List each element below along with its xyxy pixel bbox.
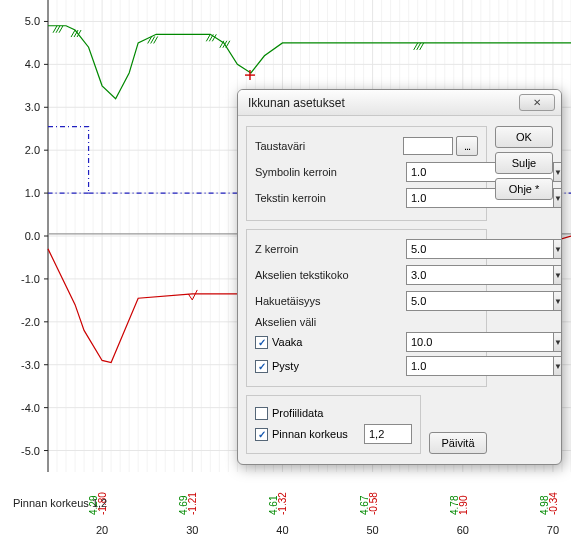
svg-text:-2.0: -2.0 [21, 316, 40, 328]
search-distance-label: Hakuetäisyys [255, 295, 406, 307]
svg-text:-4.0: -4.0 [21, 402, 40, 414]
svg-text:2.0: 2.0 [25, 144, 40, 156]
close-button[interactable]: Sulje [495, 152, 553, 174]
group-data: Profiilidata ✓ Pinnan korkeus [246, 395, 421, 454]
svg-text:70: 70 [547, 524, 559, 536]
group-appearance: Taustaväri ... Symbolin kerroin ▼ Teksti… [246, 126, 487, 221]
symbol-factor-combo: ▼ [406, 162, 478, 182]
z-factor-label: Z kerroin [255, 243, 406, 255]
svg-text:-3.0: -3.0 [21, 359, 40, 371]
svg-text:40: 40 [276, 524, 288, 536]
svg-text:4.0: 4.0 [25, 58, 40, 70]
ok-button[interactable]: OK [495, 126, 553, 148]
horizontal-label: Vaaka [272, 336, 302, 348]
dialog-titlebar[interactable]: Ikkunan asetukset ✕ [238, 90, 561, 116]
chevron-down-icon[interactable]: ▼ [553, 188, 562, 208]
chevron-down-icon[interactable]: ▼ [553, 291, 562, 311]
profile-data-checkbox[interactable] [255, 407, 268, 420]
bgcolor-label: Taustaväri [255, 140, 403, 152]
axis-textsize-label: Akselien tekstikoko [255, 269, 406, 281]
vertical-interval-combo: ▼ [406, 356, 478, 376]
horizontal-interval-combo: ▼ [406, 332, 478, 352]
bgcolor-picker-button[interactable]: ... [456, 136, 478, 156]
svg-text:1.0: 1.0 [25, 187, 40, 199]
window-settings-dialog: Ikkunan asetukset ✕ Taustaväri ... Symbo… [237, 89, 562, 465]
svg-text:-1.0: -1.0 [21, 273, 40, 285]
update-button[interactable]: Päivitä [429, 432, 487, 454]
profile-data-label: Profiilidata [272, 407, 323, 419]
svg-text:1.90: 1.90 [458, 495, 469, 515]
vertical-label: Pysty [272, 360, 299, 372]
svg-text:0.0: 0.0 [25, 230, 40, 242]
close-icon[interactable]: ✕ [519, 94, 555, 111]
axis-interval-title: Akselien väli [255, 316, 478, 328]
svg-text:60: 60 [457, 524, 469, 536]
vertical-checkbox[interactable]: ✓ [255, 360, 268, 373]
text-factor-label: Tekstin kerroin [255, 192, 406, 204]
chevron-down-icon[interactable]: ▼ [553, 332, 562, 352]
symbol-factor-label: Symbolin kerroin [255, 166, 406, 178]
svg-text:20: 20 [96, 524, 108, 536]
z-factor-combo: ▼ [406, 239, 478, 259]
svg-text:-1.32: -1.32 [277, 492, 288, 515]
surface-height-checkbox[interactable]: ✓ [255, 428, 268, 441]
help-button[interactable]: Ohje * [495, 178, 553, 200]
surface-height-readout: Pinnan korkeus 1,2 [13, 497, 107, 509]
search-distance-combo: ▼ [406, 291, 478, 311]
dialog-title: Ikkunan asetukset [248, 96, 519, 110]
axis-textsize-combo: ▼ [406, 265, 478, 285]
svg-text:5.0: 5.0 [25, 15, 40, 27]
chevron-down-icon[interactable]: ▼ [553, 162, 562, 182]
svg-text:-0.34: -0.34 [548, 492, 559, 515]
svg-text:50: 50 [366, 524, 378, 536]
svg-line-120 [192, 290, 197, 300]
group-axes: Z kerroin ▼ Akselien tekstikoko ▼ Hakuet… [246, 229, 487, 387]
chevron-down-icon[interactable]: ▼ [553, 265, 562, 285]
chevron-down-icon[interactable]: ▼ [553, 356, 562, 376]
surface-height-label: Pinnan korkeus [272, 428, 348, 440]
svg-line-119 [188, 294, 192, 300]
text-factor-combo: ▼ [406, 188, 478, 208]
svg-text:-0.58: -0.58 [368, 492, 379, 515]
svg-text:-1.21: -1.21 [187, 492, 198, 515]
svg-text:-5.0: -5.0 [21, 445, 40, 457]
bgcolor-swatch[interactable] [403, 137, 453, 155]
surface-height-input[interactable] [364, 424, 412, 444]
svg-text:3.0: 3.0 [25, 101, 40, 113]
chevron-down-icon[interactable]: ▼ [553, 239, 562, 259]
svg-text:30: 30 [186, 524, 198, 536]
horizontal-checkbox[interactable]: ✓ [255, 336, 268, 349]
